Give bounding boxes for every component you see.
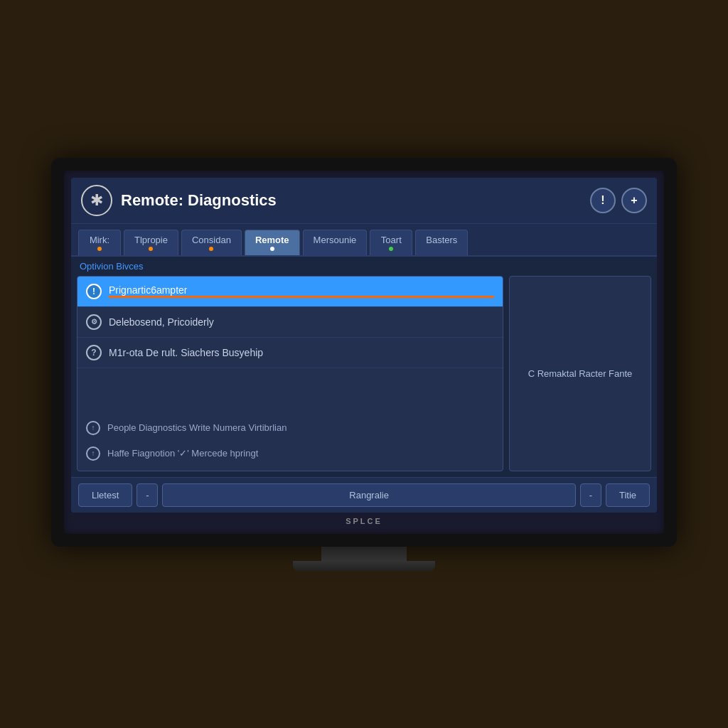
tab-dot-remote [270,247,274,251]
monitor-label: SPLCE [71,513,657,527]
tab-dot-basters [439,247,444,251]
tab-dot-toart [389,247,393,251]
screen: ✱ Remote: Diagnostics ! + Mirk: Tlpropie [71,178,657,513]
tab-dot-tlpropie [149,247,153,251]
info-icon-1: ↑ [86,421,100,435]
info-icon-2: ↑ [86,446,100,461]
tab-dot-considan [209,247,213,251]
tab-dot-mirk [97,247,102,251]
info-items: ↑ People Diagnostics Write Numera Virtib… [77,411,503,471]
rangralie-button[interactable]: Rangralie [162,483,576,507]
section-header: Optivion Bivces [71,257,657,276]
tab-toart[interactable]: Toart [370,230,412,255]
list-item[interactable]: ⚙ Delebosend, Pricoiderly [77,307,503,338]
tab-bar: Mirk: Tlpropie Considan Remote Mersounie [71,224,657,257]
minus-button-1[interactable]: - [136,483,158,507]
stand-base [293,561,435,571]
list-item[interactable]: ! Prignartic6ampter [77,277,503,307]
monitor-stand [0,547,728,571]
tab-tlpropie[interactable]: Tlpropie [124,230,178,255]
minus-button-2[interactable]: - [580,483,601,507]
orange-underline [109,296,494,298]
tab-mirk[interactable]: Mirk: [78,230,121,255]
list-info-item: ↑ People Diagnostics Write Numera Virtib… [77,415,503,441]
bottom-bar: Lletest - Rangralie - Titie [71,477,657,513]
question-icon: ? [86,345,102,360]
titie-button[interactable]: Titie [606,483,650,507]
wrench-icon: ⚙ [86,314,102,330]
exclaim-icon: ! [86,284,102,299]
mercedes-star-icon: ✱ [90,191,103,210]
left-panel: ! Prignartic6ampter ⚙ Delebosend, Pricoi… [77,276,503,471]
tab-considan[interactable]: Considan [181,230,242,255]
plus-button[interactable]: + [621,188,647,213]
list-info-item: ↑ Haffe Fiagnotion '✓' Mercede hpringt [77,441,503,466]
page-title: Remote: Diagnostics [121,191,582,210]
exclaim-button[interactable]: ! [590,188,616,213]
right-panel: C Remaktal Racter Fante [509,276,651,471]
title-bar: ✱ Remote: Diagnostics ! + [71,178,657,224]
lletest-button[interactable]: Lletest [78,483,132,507]
tab-basters[interactable]: Basters [415,230,468,255]
main-content: ! Prignartic6ampter ⚙ Delebosend, Pricoi… [71,276,657,477]
tab-mersounie[interactable]: Mersounie [303,230,368,255]
mercedes-logo: ✱ [81,185,112,216]
tab-remote[interactable]: Remote [245,230,300,255]
list-item[interactable]: ? M1r-ota De rult. Siachers Busyehip [77,338,503,368]
monitor: ✱ Remote: Diagnostics ! + Mirk: Tlpropie [51,158,677,547]
stand-neck [321,547,407,561]
tab-dot-mersounie [333,247,337,251]
list-spacer [77,368,503,411]
title-buttons: ! + [590,188,647,213]
